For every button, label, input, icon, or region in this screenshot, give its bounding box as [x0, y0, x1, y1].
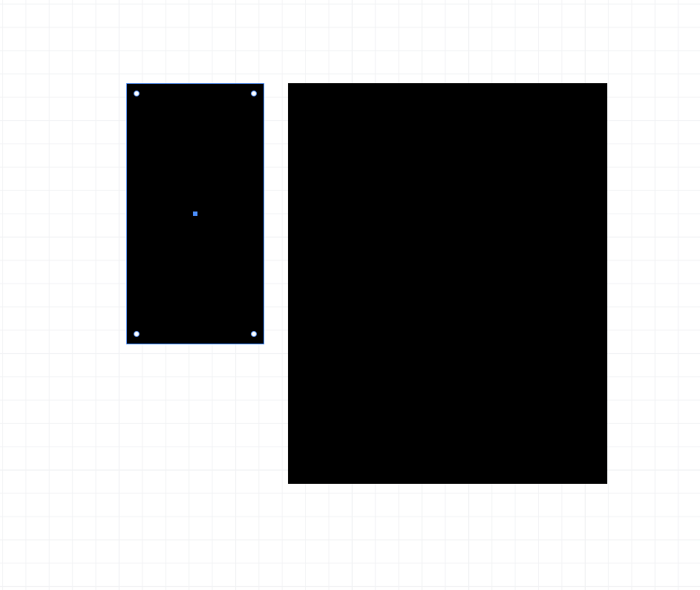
- selection-handle-center[interactable]: [193, 212, 197, 216]
- selection-handle-sw[interactable]: [134, 331, 140, 337]
- selection-handle-ne[interactable]: [251, 91, 257, 96]
- selection-handle-se[interactable]: [251, 331, 257, 337]
- design-canvas[interactable]: [0, 0, 700, 590]
- rectangle-shape[interactable]: [288, 83, 607, 484]
- rectangle-shape-selected[interactable]: [126, 83, 264, 344]
- selection-handle-nw[interactable]: [134, 91, 140, 96]
